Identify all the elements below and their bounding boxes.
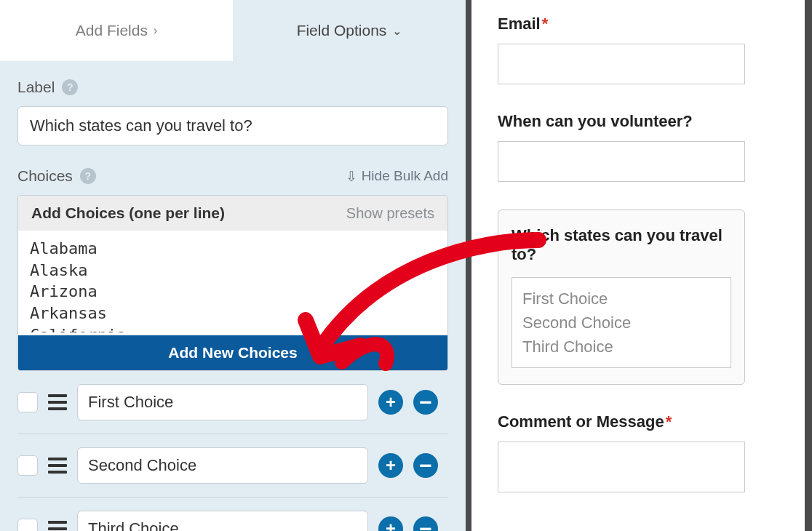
- chevron-down-icon: ⌄: [392, 24, 402, 38]
- tab-field-options[interactable]: Field Options ⌄: [233, 0, 466, 61]
- add-choice-button[interactable]: +: [378, 390, 403, 415]
- download-icon: ⇩: [346, 168, 357, 185]
- remove-choice-button[interactable]: −: [413, 516, 438, 531]
- choice-checkbox[interactable]: [17, 519, 38, 531]
- choice-row: + −: [17, 434, 448, 498]
- label-section-header: Label ?: [17, 79, 448, 96]
- choice-row: + −: [17, 371, 448, 434]
- choice-input[interactable]: [77, 447, 368, 484]
- field-options-panel: Add Fields › Field Options ⌄ Label ? Cho…: [0, 0, 471, 531]
- choice-input[interactable]: [77, 384, 368, 420]
- drag-handle-icon[interactable]: [48, 521, 67, 531]
- choice-option[interactable]: Third Choice: [522, 335, 720, 359]
- bulk-add-panel: Add Choices (one per line) Show presets …: [17, 195, 448, 371]
- drag-handle-icon[interactable]: [48, 394, 67, 410]
- label-input[interactable]: [17, 106, 448, 145]
- field-label: Comment or Message: [498, 412, 664, 431]
- form-preview: Email* When can you volunteer? Which sta…: [471, 0, 812, 531]
- preview-field-comment: Comment or Message*: [498, 412, 786, 492]
- chevron-right-icon: ›: [154, 24, 157, 37]
- choice-option[interactable]: Second Choice: [522, 311, 720, 335]
- bulk-link-label: Hide Bulk Add: [362, 168, 448, 184]
- add-choice-button[interactable]: +: [378, 516, 403, 531]
- choice-option[interactable]: First Choice: [522, 287, 720, 311]
- choice-row: + −: [17, 498, 448, 531]
- drag-handle-icon[interactable]: [48, 458, 67, 474]
- show-presets-link[interactable]: Show presets: [346, 205, 434, 222]
- bulk-title: Add Choices (one per line): [31, 204, 225, 222]
- required-asterisk-icon: *: [666, 412, 672, 431]
- choice-checkbox[interactable]: [17, 455, 38, 476]
- tab-add-fields[interactable]: Add Fields ›: [0, 0, 233, 61]
- preview-field-volunteer: When can you volunteer?: [498, 112, 786, 182]
- section-title: Label: [17, 79, 55, 96]
- remove-choice-button[interactable]: −: [413, 453, 438, 478]
- required-asterisk-icon: *: [542, 15, 549, 33]
- email-input[interactable]: [498, 44, 745, 84]
- add-new-choices-button[interactable]: Add New Choices: [18, 335, 447, 370]
- help-icon[interactable]: ?: [80, 168, 96, 184]
- field-label: When can you volunteer?: [498, 112, 693, 130]
- panel-tabs: Add Fields › Field Options ⌄: [0, 0, 466, 61]
- remove-choice-button[interactable]: −: [413, 390, 438, 415]
- help-icon[interactable]: ?: [62, 79, 78, 95]
- preview-field-states[interactable]: Which states can you travel to? First Ch…: [498, 209, 745, 385]
- tab-label: Field Options: [297, 22, 387, 39]
- choices-list: First Choice Second Choice Third Choice: [512, 277, 731, 368]
- hide-bulk-add-link[interactable]: ⇩ Hide Bulk Add: [346, 168, 448, 185]
- choice-checkbox[interactable]: [17, 392, 38, 412]
- section-title: Choices: [17, 167, 73, 185]
- bulk-choices-textarea[interactable]: [18, 231, 447, 332]
- add-choice-button[interactable]: +: [378, 453, 403, 478]
- choices-section-header: Choices ?: [17, 167, 96, 185]
- choice-input[interactable]: [77, 511, 368, 531]
- comment-textarea[interactable]: [498, 442, 745, 492]
- volunteer-input[interactable]: [498, 141, 745, 182]
- field-label: Email: [498, 15, 541, 33]
- field-label: Which states can you travel to?: [512, 226, 731, 264]
- tab-label: Add Fields: [76, 22, 148, 39]
- preview-field-email: Email*: [498, 15, 786, 84]
